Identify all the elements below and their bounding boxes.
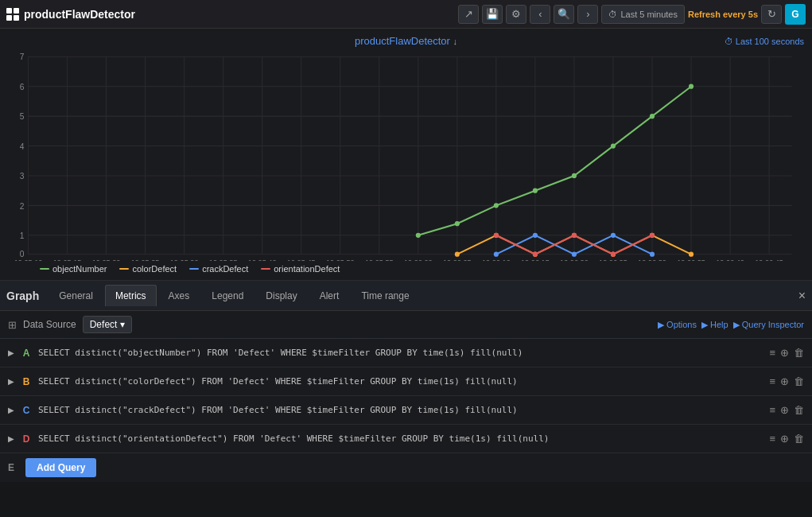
svg-text:19:06:40: 19:06:40 (716, 258, 744, 261)
legend-label-crackdefect: crackDefect (202, 264, 248, 274)
svg-point-59 (494, 203, 499, 208)
graph-label: Graph (6, 290, 39, 302)
legend-color-crackdefect (189, 268, 199, 270)
svg-text:7: 7 (20, 52, 25, 61)
svg-text:3: 3 (20, 172, 25, 181)
svg-text:5: 5 (20, 112, 25, 121)
query-menu-b[interactable]: ≡ (769, 375, 775, 387)
query-menu-a[interactable]: ≡ (769, 347, 775, 359)
options-button[interactable]: ▶ Options (658, 320, 697, 330)
select-arrow-icon: ▾ (120, 319, 125, 330)
svg-text:19:06:10: 19:06:10 (482, 258, 511, 261)
query-toggle-a[interactable]: ▶ (8, 348, 14, 357)
tab-axes[interactable]: Axes (158, 285, 200, 306)
query-delete-d[interactable]: 🗑 (794, 433, 804, 445)
tab-metrics[interactable]: Metrics (105, 285, 157, 306)
svg-point-60 (533, 189, 538, 193)
time-range[interactable]: ⏱ Last 5 minutes (601, 5, 685, 24)
avatar[interactable]: G (785, 4, 806, 25)
datasource-icon: ⊞ (8, 319, 17, 331)
query-menu-c[interactable]: ≡ (769, 404, 775, 416)
svg-text:19:06:05: 19:06:05 (443, 258, 472, 261)
share-button[interactable]: ↗ (458, 5, 479, 24)
legend-item-crackdefect: crackDefect (189, 264, 248, 274)
tab-general[interactable]: General (49, 285, 103, 306)
svg-point-62 (611, 143, 616, 148)
query-delete-a[interactable]: 🗑 (794, 347, 804, 359)
chart-header: productFlawDetector ↓ ⏱ Last 100 seconds (8, 35, 804, 47)
back-button[interactable]: ‹ (530, 5, 550, 24)
svg-text:19:06:00: 19:06:00 (404, 258, 433, 261)
svg-point-61 (572, 173, 577, 178)
query-text-b: SELECT distinct("colorDefect") FROM 'Def… (38, 376, 763, 387)
forward-button[interactable]: › (577, 5, 598, 24)
legend-label-objectnumber: objectNumber (52, 264, 107, 274)
app-logo: productFlawDetector (6, 8, 452, 21)
svg-text:6: 6 (20, 83, 25, 91)
save-button[interactable]: 💾 (482, 5, 503, 24)
refresh-button[interactable]: ↻ (761, 5, 782, 24)
legend-label-orientationdefect: orientationDefect (274, 264, 340, 274)
query-copy-a[interactable]: ⊕ (780, 347, 789, 359)
svg-point-75 (611, 233, 616, 238)
legend-color-objectnumber (40, 268, 49, 270)
svg-text:19:06:30: 19:06:30 (638, 258, 666, 261)
svg-text:19:06:15: 19:06:15 (521, 258, 550, 261)
query-text-d: SELECT distinct("orientationDefect") FRO… (38, 433, 763, 444)
queries-area: ▶ A SELECT distinct("objectNumber") FROM… (0, 339, 812, 482)
close-button[interactable]: × (798, 289, 806, 303)
query-delete-c[interactable]: 🗑 (794, 404, 804, 416)
query-toggle-b[interactable]: ▶ (8, 377, 14, 386)
svg-point-72 (494, 252, 499, 257)
query-letter-d: D (21, 433, 32, 445)
chart-area: productFlawDetector ↓ ⏱ Last 100 seconds… (0, 29, 812, 281)
query-text-c: SELECT distinct("crackDefect") FROM 'Def… (38, 405, 763, 415)
query-toggle-d[interactable]: ▶ (8, 434, 14, 443)
query-actions-a: ≡ ⊕ 🗑 (769, 347, 804, 359)
query-letter-b: B (21, 376, 32, 387)
datasource-select[interactable]: Defect ▾ (83, 316, 133, 333)
forward-icon: › (586, 8, 589, 20)
query-copy-c[interactable]: ⊕ (780, 404, 789, 416)
query-copy-b[interactable]: ⊕ (780, 375, 789, 387)
query-menu-d[interactable]: ≡ (769, 433, 775, 445)
add-query-button[interactable]: Add Query (25, 458, 96, 477)
tab-legend[interactable]: Legend (201, 285, 254, 306)
svg-point-65 (455, 252, 460, 257)
add-query-letter: E (8, 462, 19, 473)
svg-text:1: 1 (20, 231, 25, 240)
settings-button[interactable]: ⚙ (506, 5, 526, 24)
svg-point-58 (455, 221, 460, 226)
refresh-icon: ↻ (767, 8, 776, 20)
save-icon: 💾 (486, 8, 499, 20)
svg-rect-0 (8, 50, 804, 261)
datasource-bar: ⊞ Data Source Defect ▾ ▶ Options ▶ Help … (0, 311, 812, 339)
logo-icon (6, 8, 19, 21)
svg-text:19:05:35: 19:05:35 (209, 258, 238, 261)
chart-canvas: 7 6 5 4 3 2 1 0 (8, 50, 804, 261)
svg-text:19:06:35: 19:06:35 (677, 258, 705, 261)
chart-title[interactable]: productFlawDetector ↓ (274, 35, 539, 47)
svg-text:19:05:55: 19:05:55 (365, 258, 394, 261)
tab-display[interactable]: Display (255, 285, 307, 306)
query-row-d: ▶ D SELECT distinct("orientationDefect")… (0, 425, 812, 453)
zoom-button[interactable]: 🔍 (554, 5, 574, 24)
query-delete-b[interactable]: 🗑 (794, 375, 804, 387)
share-icon: ↗ (464, 8, 473, 20)
help-button[interactable]: ▶ Help (701, 320, 728, 330)
legend-item-orientationdefect: orientationDefect (261, 264, 340, 274)
svg-text:19:05:25: 19:05:25 (131, 258, 160, 261)
query-row-c: ▶ C SELECT distinct("crackDefect") FROM … (0, 396, 812, 425)
svg-point-79 (572, 233, 577, 238)
svg-point-78 (533, 252, 538, 257)
query-copy-d[interactable]: ⊕ (780, 433, 789, 445)
svg-text:19:05:30: 19:05:30 (170, 258, 199, 261)
query-toggle-c[interactable]: ▶ (8, 406, 14, 414)
svg-text:19:06:25: 19:06:25 (599, 258, 627, 261)
tab-timerange[interactable]: Time range (351, 285, 419, 306)
svg-text:19:05:20: 19:05:20 (92, 258, 121, 261)
svg-text:19:05:10: 19:05:10 (14, 258, 43, 261)
svg-text:19:06:45: 19:06:45 (755, 258, 783, 261)
query-inspector-button[interactable]: ▶ Query Inspector (733, 320, 804, 330)
tab-alert[interactable]: Alert (309, 285, 350, 306)
